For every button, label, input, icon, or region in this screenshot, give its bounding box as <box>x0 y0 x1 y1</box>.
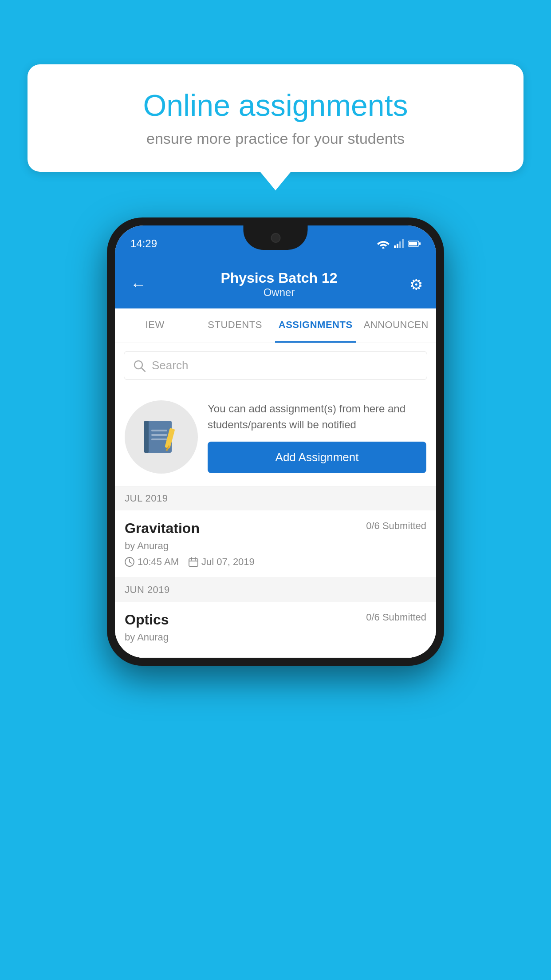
front-camera <box>271 233 280 243</box>
svg-rect-12 <box>151 430 167 431</box>
search-icon <box>133 360 146 372</box>
add-assignment-section: You can add assignment(s) from here and … <box>115 388 436 486</box>
assignment-item-gravitation[interactable]: Gravitation 0/6 Submitted by Anurag <box>115 510 436 578</box>
back-button[interactable]: ← <box>128 273 149 296</box>
wifi-icon <box>377 239 390 249</box>
assignment-meta: 10:45 AM Jul 07, 2019 <box>125 556 426 568</box>
assignment-date: Jul 07, 2019 <box>189 556 255 568</box>
assignment-by: by Anurag <box>125 540 426 552</box>
speech-bubble: Online assignments ensure more practice … <box>28 64 523 172</box>
assignment-item-header: Gravitation 0/6 Submitted <box>125 520 426 537</box>
section-header-jul: JUL 2019 <box>115 486 436 510</box>
status-icons <box>377 239 421 249</box>
svg-rect-6 <box>409 242 417 245</box>
svg-line-20 <box>130 562 131 563</box>
assignment-submitted: 0/6 Submitted <box>366 520 426 532</box>
date-value: Jul 07, 2019 <box>201 556 255 568</box>
battery-icon <box>408 240 421 247</box>
svg-rect-21 <box>189 559 198 566</box>
svg-rect-1 <box>394 245 396 248</box>
batch-title: Physics Batch 12 <box>220 270 337 286</box>
assignment-icon-circle <box>125 400 198 474</box>
add-assignment-desc: You can add assignment(s) from here and … <box>208 401 426 433</box>
speech-bubble-container: Online assignments ensure more practice … <box>28 64 523 172</box>
time-value: 10:45 AM <box>138 556 179 568</box>
assignment-time: 10:45 AM <box>125 556 179 568</box>
assignment-name-optics: Optics <box>125 612 169 628</box>
svg-rect-2 <box>397 244 398 248</box>
status-bar: 14:29 <box>115 225 436 262</box>
tab-announcements[interactable]: ANNOUNCEN <box>356 308 436 343</box>
section-header-jun: JUN 2019 <box>115 578 436 602</box>
speech-bubble-subtitle: ensure more practice for your students <box>54 130 497 147</box>
tabs-container: IEW STUDENTS ASSIGNMENTS ANNOUNCEN <box>115 308 436 343</box>
svg-rect-13 <box>151 434 167 436</box>
notebook-icon <box>142 417 181 457</box>
speech-bubble-title: Online assignments <box>54 89 497 122</box>
add-assignment-button[interactable]: Add Assignment <box>208 442 426 473</box>
app-header: ← Physics Batch 12 Owner ⚙ <box>115 262 436 308</box>
notch <box>244 225 308 250</box>
assignment-item-header-optics: Optics 0/6 Submitted <box>125 612 426 628</box>
batch-subtitle: Owner <box>220 286 337 299</box>
add-assignment-right: You can add assignment(s) from here and … <box>208 401 426 473</box>
svg-line-9 <box>142 368 145 371</box>
calendar-icon <box>189 557 198 567</box>
content-area: Search <box>115 343 436 658</box>
signal-icon <box>394 239 404 248</box>
assignment-name: Gravitation <box>125 520 200 537</box>
svg-rect-3 <box>399 241 401 248</box>
svg-rect-11 <box>144 421 149 453</box>
search-bar[interactable]: Search <box>124 351 427 380</box>
svg-rect-4 <box>402 239 404 248</box>
phone-screen: 14:29 <box>115 225 436 658</box>
phone-outer: 14:29 <box>107 217 444 666</box>
header-title-area: Physics Batch 12 Owner <box>220 270 337 299</box>
status-time: 14:29 <box>130 237 157 250</box>
svg-point-0 <box>382 247 385 249</box>
tab-students[interactable]: STUDENTS <box>195 308 275 343</box>
tab-assignments[interactable]: ASSIGNMENTS <box>275 308 356 343</box>
search-container: Search <box>115 343 436 388</box>
tab-iew[interactable]: IEW <box>115 308 195 343</box>
search-placeholder: Search <box>152 359 188 372</box>
clock-icon <box>125 557 134 567</box>
phone-device: 14:29 <box>107 217 444 666</box>
assignment-by-optics: by Anurag <box>125 632 426 643</box>
assignment-submitted-optics: 0/6 Submitted <box>366 612 426 623</box>
svg-rect-7 <box>419 242 421 245</box>
assignment-item-optics[interactable]: Optics 0/6 Submitted by Anurag <box>115 602 436 658</box>
settings-button[interactable]: ⚙ <box>409 276 423 293</box>
svg-rect-14 <box>151 439 167 440</box>
